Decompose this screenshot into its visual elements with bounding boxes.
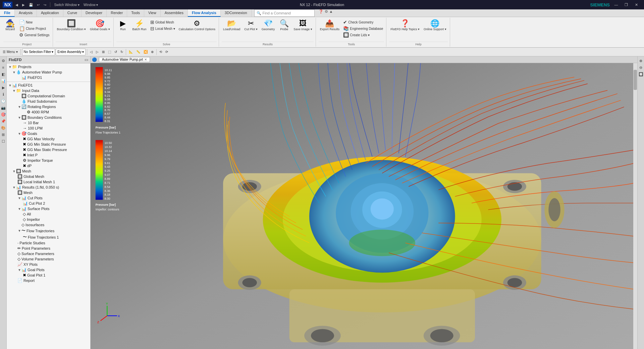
- tree-volume-params[interactable]: ◇ Volume Parameters: [7, 256, 90, 262]
- viewport-tab-pump[interactable]: Automotive Water Pump.prt ✕: [99, 57, 150, 62]
- expand-projects[interactable]: ▼: [8, 65, 12, 69]
- left-icon-camera[interactable]: 📷: [0, 105, 6, 111]
- redo-btn[interactable]: ↪: [43, 3, 47, 7]
- left-icon-box[interactable]: ☐: [0, 138, 6, 144]
- tree-fluid-sub[interactable]: 💧 Fluid Subdomains: [7, 99, 90, 104]
- switch-window-btn[interactable]: Switch Window ▾: [53, 3, 80, 7]
- tree-floefd1[interactable]: ▼ 📊 FloEFD1: [7, 83, 90, 88]
- expand-bc[interactable]: ▼: [17, 116, 21, 119]
- undo-btn[interactable]: ↩: [36, 3, 41, 7]
- assembly-dropdown[interactable]: Entire Assembly ▾: [56, 49, 86, 55]
- tree-global-mesh[interactable]: 🔲 Global Mesh: [7, 174, 90, 179]
- left-icon-parts[interactable]: ◧: [0, 71, 6, 77]
- tree-all[interactable]: ◇ All: [7, 211, 90, 217]
- sidebar-close-btn[interactable]: ▭: [85, 57, 88, 62]
- toolbar-btn-11[interactable]: ⟲: [158, 49, 163, 54]
- batch-run-btn[interactable]: ⚡ Batch Run: [131, 19, 148, 32]
- save-btn[interactable]: 💾: [28, 3, 34, 7]
- tree-surface-plots[interactable]: ▼ 📊 Surface Plots: [7, 206, 90, 211]
- toolbar-btn-6[interactable]: ↻: [119, 49, 124, 54]
- window-btn[interactable]: Window ▾: [83, 3, 99, 7]
- expand-rotating[interactable]: ▼: [17, 105, 21, 109]
- tab-curve[interactable]: Curve: [63, 9, 82, 17]
- tab-tools[interactable]: Tools: [127, 9, 144, 17]
- floefd-help-btn[interactable]: ❓ FloEFD Help Topics ▾: [389, 19, 421, 32]
- toolbar-btn-9[interactable]: 🔀: [142, 49, 149, 54]
- left-icon-clock[interactable]: 🕐: [0, 98, 6, 104]
- tree-100lpm[interactable]: → 100 LPM: [7, 126, 90, 131]
- tree-point-params[interactable]: ✏ Point Parameters: [7, 246, 90, 251]
- toolbar-btn-10[interactable]: ⊕: [150, 49, 155, 54]
- expand-icon[interactable]: ▲: [329, 9, 333, 17]
- tree-10bar[interactable]: → 10 Bar: [7, 120, 90, 126]
- left-icon-grid[interactable]: ⊞: [0, 132, 6, 138]
- tree-bc[interactable]: ▼ 🔲 Boundary Conditions: [7, 115, 90, 120]
- tree-cut-plots[interactable]: ▼ 📊 Cut Plots: [7, 195, 90, 201]
- tree-projects[interactable]: ▼ 📁 Projects: [7, 64, 90, 69]
- run-btn[interactable]: ▶ Run: [116, 19, 130, 32]
- viewport-scrollbar[interactable]: [633, 63, 637, 349]
- right-icon-1[interactable]: ⊕: [638, 58, 644, 64]
- toolbar-btn-1[interactable]: ◁: [89, 49, 94, 54]
- quick-access-forward[interactable]: ▶: [21, 3, 26, 7]
- tree-floefd-ref[interactable]: 📊 FloEFD1: [7, 75, 90, 80]
- tab-render[interactable]: Render: [107, 9, 127, 17]
- vp-tab-close[interactable]: ✕: [144, 58, 147, 61]
- tree-mesh[interactable]: ▼ 🔲 Mesh: [7, 168, 90, 174]
- toolbar-btn-5[interactable]: ↺: [113, 49, 118, 54]
- minimize-btn[interactable]: —: [611, 1, 621, 8]
- global-goals-btn[interactable]: 🎯 Global Goals ▾: [89, 19, 111, 32]
- menu-btn[interactable]: ☰ Menu ▾: [1, 49, 19, 54]
- expand-automotive[interactable]: ▼: [12, 70, 16, 74]
- tree-gg-max-static[interactable]: ✖ GG Max Static Pressure: [7, 147, 90, 152]
- left-icon-palette[interactable]: 🎨: [0, 125, 6, 131]
- expand-floefd1[interactable]: ▼: [8, 84, 12, 87]
- left-icon-settings[interactable]: ⚙: [0, 58, 6, 64]
- tree-particle-studies[interactable]: · Particle Studies: [7, 240, 90, 246]
- expand-results[interactable]: ▼: [12, 186, 16, 189]
- global-mesh-btn[interactable]: ⊞ Global Mesh: [149, 19, 176, 25]
- tree-gg-max-vel[interactable]: ✖ GG Max Velocity: [7, 136, 90, 142]
- boundary-condition-btn[interactable]: 🔲 Boundary Condition ▾: [56, 19, 88, 32]
- right-icon-2[interactable]: ⊖: [638, 64, 644, 70]
- expand-cut-plots[interactable]: ▼: [17, 196, 21, 200]
- cut-plot-btn[interactable]: ✂ Cut Plot ▾: [243, 19, 259, 32]
- tab-flow-analysis[interactable]: Flow Analysis: [188, 9, 221, 17]
- tree-flow-traj-1[interactable]: 〜 Flow Trajectories 1: [7, 234, 90, 240]
- tree-rotating[interactable]: ▼ 🔄 Rotating Regions: [7, 104, 90, 109]
- expand-surface-plots[interactable]: ▼: [17, 207, 21, 211]
- export-results-btn[interactable]: 📤 Export Results: [319, 19, 341, 32]
- quick-access-back[interactable]: ◀: [14, 3, 19, 7]
- tab-assemblies[interactable]: Assemblies: [161, 9, 188, 17]
- tree-gg-min-static[interactable]: ✖ GG Min Static Pressure: [7, 142, 90, 147]
- tab-application[interactable]: Application: [37, 9, 63, 17]
- expand-goal-plots[interactable]: ▼: [17, 268, 21, 272]
- toolbar-btn-3[interactable]: ⊞: [101, 49, 106, 54]
- left-icon-pin[interactable]: 📌: [0, 118, 6, 124]
- left-icon-layers[interactable]: ≡: [0, 64, 6, 70]
- tree-input-data[interactable]: ▼ 📁 Input Data: [7, 88, 90, 93]
- tab-analysis[interactable]: Analysis: [15, 9, 37, 17]
- tab-developer[interactable]: Developer: [82, 9, 107, 17]
- maximize-btn[interactable]: ❐: [621, 1, 631, 8]
- settings-icon[interactable]: ⚙: [325, 9, 328, 17]
- clone-project-btn[interactable]: 📋 Clone Project: [18, 26, 51, 32]
- tree-inlet-p[interactable]: ✖ Inlet P: [7, 152, 90, 158]
- tree-goal-plot-1[interactable]: ✖ Goal Plot 1: [7, 272, 90, 278]
- toolbar-btn-2[interactable]: ▷: [95, 49, 100, 54]
- engineering-database-btn[interactable]: 📚 Engineering Database: [342, 26, 384, 32]
- tab-view[interactable]: View: [144, 9, 161, 17]
- find-command-box[interactable]: 🔍 Find a Command: [254, 9, 315, 17]
- left-icon-motion[interactable]: ▶: [0, 85, 6, 91]
- tree-4000rpm[interactable]: ⚙ 4000 RPM: [7, 109, 90, 115]
- local-mesh-btn[interactable]: ⊟ Local Mesh ▾: [149, 26, 176, 32]
- toolbar-btn-12[interactable]: ⟳: [164, 49, 169, 54]
- tree-flow-traj[interactable]: ▼ 〜 Flow Trajectories: [7, 228, 90, 234]
- new-btn[interactable]: 📄 New: [18, 19, 51, 25]
- right-icon-3[interactable]: 🔲: [638, 71, 644, 77]
- tree-results[interactable]: ▼ 📊 Results (1.fld, 0.050 s): [7, 185, 90, 190]
- scrollbar-thumb[interactable]: [634, 70, 637, 90]
- tab-file[interactable]: File: [0, 9, 15, 17]
- tree-cut-plot-2[interactable]: 📊 Cut Plot 2: [7, 201, 90, 206]
- save-image-btn[interactable]: 🖼 Save Image ▾: [292, 19, 314, 32]
